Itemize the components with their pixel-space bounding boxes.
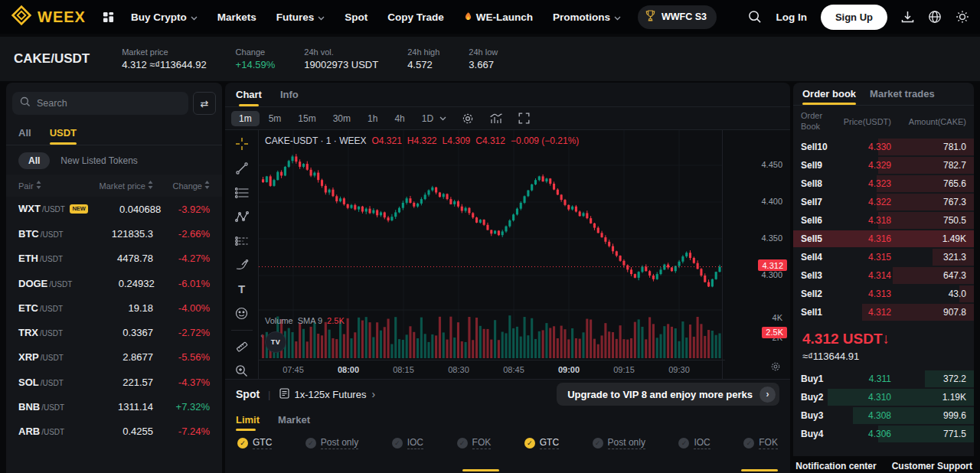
- buy-row-buy2[interactable]: Buy24.3101.19K: [793, 388, 974, 406]
- pair-row-wxt[interactable]: WXT/USDTNEW0.040688-3.92%: [6, 197, 222, 221]
- zoom-in-icon[interactable]: [231, 363, 253, 379]
- pair-row-bnb[interactable]: BNB/USDT1311.14+7.32%: [6, 394, 222, 419]
- wwfc-badge[interactable]: WWFC S3: [638, 5, 717, 29]
- pair-row-arb[interactable]: ARB/USDT0.4255-7.24%: [6, 419, 222, 444]
- timeframe-5m[interactable]: 5m: [261, 111, 289, 126]
- sell-row-sell2[interactable]: Sell24.31343.0: [793, 285, 974, 303]
- search-input[interactable]: [37, 98, 181, 109]
- theme-toggle-icon[interactable]: [956, 10, 969, 24]
- tif-gtc-group1[interactable]: ✓GTC: [237, 437, 272, 449]
- pair-title[interactable]: CAKE/USDT: [14, 51, 90, 67]
- tif-fok-group2[interactable]: ✓FOK: [743, 437, 778, 449]
- nav-item-copy-trade[interactable]: Copy Trade: [387, 11, 444, 23]
- axis-settings-gear-icon[interactable]: [770, 361, 781, 375]
- filter-pill-all[interactable]: All: [18, 152, 50, 169]
- nav-item-markets[interactable]: Markets: [217, 11, 256, 23]
- weex-logo[interactable]: WEEX: [11, 5, 86, 29]
- emoji-tool-icon[interactable]: [231, 305, 253, 321]
- tif-post-only-group2[interactable]: ✓Post only: [593, 437, 645, 449]
- buy-row-buy1[interactable]: Buy14.311372.2: [793, 370, 974, 388]
- timeframe-1h[interactable]: 1h: [360, 111, 385, 126]
- trend-line-icon[interactable]: [231, 161, 253, 177]
- nav-item-spot[interactable]: Spot: [345, 11, 368, 23]
- sell-row-sell1[interactable]: Sell14.312907.8: [793, 303, 974, 321]
- scroll-indicator[interactable]: [741, 469, 778, 471]
- tif-gtc-group2[interactable]: ✓GTC: [524, 437, 559, 449]
- sell-row-sell7[interactable]: Sell74.322767.3: [793, 193, 974, 211]
- nav-item-buy-crypto[interactable]: Buy Crypto: [131, 11, 198, 23]
- search-icon[interactable]: [748, 10, 762, 24]
- order-type-tab-limit[interactable]: Limit: [236, 414, 260, 426]
- position-tool-icon[interactable]: [231, 233, 253, 249]
- tif-post-only-group1[interactable]: ✓Post only: [305, 437, 358, 449]
- buy-row-buy4[interactable]: Buy44.306771.5: [793, 425, 974, 443]
- tab-info[interactable]: Info: [280, 83, 299, 106]
- sell-row-sell9[interactable]: Sell94.329782.7: [793, 156, 974, 175]
- fib-lines-icon[interactable]: [231, 184, 253, 201]
- scroll-indicator[interactable]: [462, 469, 499, 471]
- text-tool-icon[interactable]: T: [231, 282, 253, 298]
- pair-row-etc[interactable]: ETC/USDT19.18-4.00%: [6, 295, 222, 320]
- timeframe-30m[interactable]: 30m: [325, 111, 358, 126]
- futures-link[interactable]: 1x-125x Futures ›: [279, 388, 376, 401]
- sell-row-sell8[interactable]: Sell84.323765.6: [793, 175, 974, 193]
- price-axis[interactable]: 4.4504.4004.3504.3004.3124K2K2.5K: [722, 130, 790, 379]
- timeframe-1d[interactable]: 1D: [414, 111, 441, 126]
- spot-label[interactable]: Spot: [236, 388, 260, 400]
- tradingview-logo[interactable]: TV: [265, 331, 286, 353]
- sell-row-sell10[interactable]: Sell104.330781.0: [793, 138, 974, 156]
- tab-market-trades[interactable]: Market trades: [870, 83, 935, 105]
- pair-row-xrp[interactable]: XRP/USDT2.8677-5.56%: [6, 345, 222, 370]
- ruler-icon[interactable]: [231, 339, 253, 355]
- pair-row-sol[interactable]: SOL/USDT221.57-4.37%: [6, 370, 222, 394]
- xabcd-pattern-icon[interactable]: [231, 209, 253, 225]
- apps-grid-icon[interactable]: [103, 11, 114, 23]
- pair-row-doge[interactable]: DOGE/USDT0.24932-6.01%: [6, 271, 222, 295]
- buy-row-buy3[interactable]: Buy34.308999.6: [793, 406, 974, 425]
- pair-row-btc[interactable]: BTC/USDT121835.3-2.66%: [6, 221, 222, 246]
- brush-icon[interactable]: [231, 257, 253, 273]
- nav-item-we-launch[interactable]: WE-Launch: [464, 11, 533, 24]
- sell-row-sell5[interactable]: Sell54.3161.49K: [793, 230, 974, 248]
- timeframe-4h[interactable]: 4h: [387, 111, 412, 126]
- tif-ioc-group2[interactable]: ✓IOC: [678, 437, 710, 449]
- nav-item-promotions[interactable]: Promotions: [553, 11, 621, 23]
- timeframe-15m[interactable]: 15m: [290, 111, 323, 126]
- nav-item-futures[interactable]: Futures: [276, 11, 325, 23]
- timeframe-1m[interactable]: 1m: [231, 111, 260, 126]
- quote-tab-all[interactable]: All: [18, 127, 31, 145]
- sort-icon[interactable]: [148, 181, 153, 191]
- order-type-tab-market[interactable]: Market: [278, 414, 310, 426]
- chart-canvas[interactable]: ‹ T CAKE-USDT · 1 · WEEXO4.321H4.322L4.3…: [225, 130, 790, 379]
- customer-support-link[interactable]: Customer Support: [892, 461, 972, 471]
- swap-view-button[interactable]: ⇄: [193, 92, 216, 115]
- sell-row-sell3[interactable]: Sell34.314647.3: [793, 266, 974, 285]
- filter-new-listed[interactable]: New Listed Tokens: [60, 155, 138, 166]
- sell-row-sell6[interactable]: Sell64.318750.5: [793, 211, 974, 230]
- tif-fok-group1[interactable]: ✓FOK: [457, 437, 492, 449]
- quote-tab-usdt[interactable]: USDT: [50, 127, 77, 145]
- last-price-block[interactable]: 4.312 USDT↓ ≈₫113644.91: [793, 321, 974, 370]
- chevron-right-icon: ›: [371, 388, 375, 400]
- pair-row-eth[interactable]: ETH/USDT4478.78-4.27%: [6, 246, 222, 271]
- fullscreen-icon[interactable]: [518, 113, 530, 124]
- chart-settings-gear-icon[interactable]: [462, 113, 474, 125]
- timeframe-dropdown-caret[interactable]: [439, 116, 446, 121]
- tab-chart[interactable]: Chart: [236, 83, 262, 106]
- download-app-icon[interactable]: [901, 11, 914, 23]
- signup-button[interactable]: Sign Up: [821, 5, 887, 30]
- language-globe-icon[interactable]: [928, 10, 942, 24]
- login-button[interactable]: Log In: [776, 11, 807, 23]
- time-axis[interactable]: 07:4508:0008:1508:3008:4509:0009:1509:30: [259, 360, 725, 379]
- notification-center-link[interactable]: Notification center: [795, 461, 876, 471]
- sort-icon[interactable]: [36, 181, 41, 191]
- tab-order-book[interactable]: Order book: [802, 83, 856, 105]
- tif-ioc-group1[interactable]: ✓IOC: [392, 437, 423, 449]
- pair-row-trx[interactable]: TRX/USDT0.3367-2.72%: [6, 320, 222, 344]
- crosshair-icon[interactable]: [231, 136, 253, 152]
- orderbook-header: Order Book Price(USDT) Amount(CAKE): [793, 106, 974, 138]
- vip-banner[interactable]: Upgrade to VIP 8 and enjoy more perks ›: [557, 383, 779, 406]
- indicators-icon[interactable]: [489, 113, 503, 124]
- sort-icon[interactable]: [204, 181, 210, 191]
- sell-row-sell4[interactable]: Sell44.315321.3: [793, 248, 974, 266]
